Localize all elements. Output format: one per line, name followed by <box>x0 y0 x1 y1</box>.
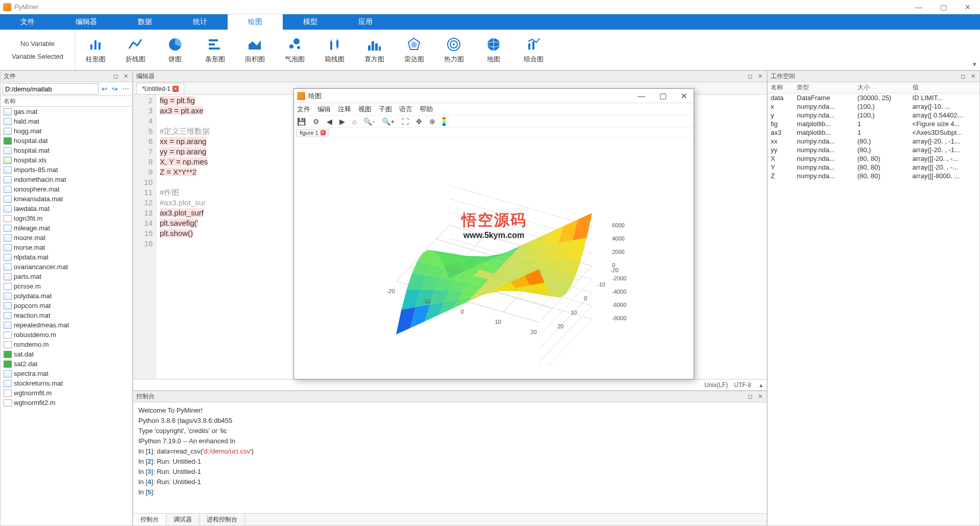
figure-tab-close-icon[interactable]: ✕ <box>321 130 326 135</box>
file-item[interactable]: moore.mat <box>1 233 132 243</box>
plot-maximize-button[interactable]: ▢ <box>659 91 667 101</box>
menu-编辑器[interactable]: 编辑器 <box>55 14 117 30</box>
file-item[interactable]: robustdemo.m <box>1 330 132 340</box>
file-item[interactable]: sat.dat <box>1 349 132 359</box>
file-item[interactable]: morse.mat <box>1 243 132 252</box>
zoom-out-icon[interactable]: 🔍- <box>363 117 375 126</box>
file-item[interactable]: imports-85.mat <box>1 165 132 175</box>
workspace-row[interactable]: Ynumpy.nda...(80, 80)array([[-20. , -... <box>768 163 979 172</box>
ribbon-collapse[interactable]: ▾ <box>969 30 980 70</box>
file-item[interactable]: mileage.mat <box>1 223 132 233</box>
file-item[interactable]: pcrsse.m <box>1 281 132 291</box>
maximize-button[interactable]: ▢ <box>934 2 952 13</box>
close-button[interactable]: ✕ <box>959 2 977 13</box>
file-item[interactable]: popcorn.mat <box>1 301 132 310</box>
path-input[interactable] <box>3 83 99 94</box>
zoom-rect-icon[interactable]: ⛶ <box>402 117 409 126</box>
workspace-row[interactable]: Znumpy.nda...(80, 80)array([[-8000. ... <box>768 172 979 180</box>
pan-right-icon[interactable]: ▶ <box>339 117 345 126</box>
file-item[interactable]: hald.mat <box>1 116 132 126</box>
undock-icon[interactable]: ◻ <box>112 73 119 80</box>
file-item[interactable]: gas.mat <box>1 107 132 116</box>
console-tab-1[interactable]: 调试器 <box>166 514 200 525</box>
chart-tool-2[interactable]: 饼图 <box>155 30 195 70</box>
workspace-row[interactable]: dataDataFrame(30000, 25) ID LIMIT... <box>768 93 979 103</box>
file-item[interactable]: hospital.mat <box>1 146 132 155</box>
menu-统计[interactable]: 统计 <box>173 14 228 30</box>
plot-minimize-button[interactable]: — <box>638 91 645 101</box>
plot-window[interactable]: 绘图 — ▢ ✕ 文件编辑注释视图子图语言帮助 💾 ⚙ ◀ ▶ ⌂ 🔍- 🔍+ … <box>293 88 694 379</box>
console-undock-icon[interactable]: ◻ <box>746 393 753 400</box>
file-item[interactable]: sat2.dat <box>1 359 132 369</box>
plot-menu-文件[interactable]: 文件 <box>297 105 310 114</box>
workspace-undock-icon[interactable]: ◻ <box>959 73 966 80</box>
file-item[interactable]: repeatedmeas.mat <box>1 320 132 330</box>
file-item[interactable]: hospital.xls <box>1 155 132 165</box>
menu-模型[interactable]: 模型 <box>283 14 338 30</box>
plot-titlebar[interactable]: 绘图 — ▢ ✕ <box>294 89 694 103</box>
save-icon[interactable]: 💾 <box>297 117 306 126</box>
console-close-icon[interactable]: ✕ <box>756 393 764 400</box>
menu-应用[interactable]: 应用 <box>338 14 393 30</box>
console-body[interactable]: Welcome To PyMiner!Python 3.8.6 (tags/v3… <box>133 402 767 513</box>
menu-数据[interactable]: 数据 <box>117 14 173 30</box>
workspace-row[interactable]: yynumpy.nda...(80,)array([-20. , -1... <box>768 146 979 154</box>
status-eol[interactable]: Unix(LF) <box>704 381 728 389</box>
figure-tab[interactable]: figure 1 ✕ <box>296 129 329 136</box>
plot-menu-帮助[interactable]: 帮助 <box>420 105 433 114</box>
colorbar-icon[interactable] <box>443 117 446 126</box>
chart-tool-1[interactable]: 折线图 <box>115 30 155 70</box>
plot-menu-子图[interactable]: 子图 <box>379 105 392 114</box>
file-item[interactable]: spectra.mat <box>1 369 132 378</box>
minimize-button[interactable]: — <box>910 2 928 13</box>
chart-tool-9[interactable]: 热力图 <box>434 30 474 70</box>
back-icon[interactable]: ↩ <box>101 85 109 93</box>
file-list[interactable]: gas.mathald.mathogg.mathospital.dathospi… <box>1 107 132 525</box>
up-icon[interactable]: ⋯ <box>121 85 130 93</box>
workspace-row[interactable]: ax3matplotlib...1<Axes3DSubpl... <box>768 128 979 137</box>
console-tab-0[interactable]: 控制台 <box>133 514 166 525</box>
panel-close-icon[interactable]: ✕ <box>122 73 129 80</box>
scroll-up-icon[interactable]: ▴ <box>760 381 763 389</box>
workspace-row[interactable]: figmatplotlib...1<Figure size 4... <box>768 119 979 128</box>
file-item[interactable]: logn3fit.m <box>1 213 132 223</box>
file-item[interactable]: ionosphere.mat <box>1 184 132 194</box>
file-item[interactable]: polydata.mat <box>1 291 132 301</box>
editor-tab[interactable]: *Untitled-1 ✕ <box>136 83 184 94</box>
file-item[interactable]: hogg.mat <box>1 126 132 136</box>
forward-icon[interactable]: ↪ <box>111 85 119 93</box>
workspace-row[interactable]: xnumpy.nda...(100,)array([-10. ... <box>768 102 979 111</box>
file-item[interactable]: kmeansdata.mat <box>1 194 132 204</box>
file-item[interactable]: lawdata.mat <box>1 204 132 213</box>
workspace-row[interactable]: ynumpy.nda...(100,)array([ 0.54402... <box>768 111 979 119</box>
plot-menu-注释[interactable]: 注释 <box>338 105 351 114</box>
file-item[interactable]: parts.mat <box>1 272 132 281</box>
file-item[interactable]: nlpdata.mat <box>1 252 132 262</box>
file-item[interactable]: rsmdemo.m <box>1 340 132 349</box>
zoom-in-icon[interactable]: 🔍+ <box>382 117 395 126</box>
file-item[interactable]: wgtnormfit2.m <box>1 398 132 408</box>
menu-文件[interactable]: 文件 <box>0 14 55 30</box>
variable-selector[interactable]: No Variable Variable Selected <box>0 30 76 70</box>
home-icon[interactable]: ⌂ <box>352 117 356 126</box>
crosshair-icon[interactable]: ⊕ <box>429 117 435 126</box>
status-encoding[interactable]: UTF-8 <box>734 381 751 389</box>
plot-menu-编辑[interactable]: 编辑 <box>317 105 331 114</box>
chart-tool-8[interactable]: 雷达图 <box>394 30 434 70</box>
file-item[interactable]: hospital.dat <box>1 136 132 146</box>
editor-close-icon[interactable]: ✕ <box>756 73 764 80</box>
workspace-row[interactable]: Xnumpy.nda...(80, 80)array([[-20. , -... <box>768 154 979 163</box>
plot-canvas[interactable]: -20-1001020-20-1001020-8000-6000-4000-20… <box>294 138 694 379</box>
plot-close-button[interactable]: ✕ <box>681 91 688 101</box>
chart-tool-10[interactable]: 地图 <box>474 30 513 70</box>
file-item[interactable]: ovariancancer.mat <box>1 262 132 272</box>
settings-icon[interactable]: ⚙ <box>313 117 320 126</box>
workspace-table[interactable]: 名称类型大小值dataDataFrame(30000, 25) ID LIMIT… <box>768 82 979 525</box>
file-item[interactable]: reaction.mat <box>1 310 132 320</box>
file-item[interactable]: wgtnormfit.m <box>1 388 132 398</box>
file-item[interactable]: stockreturns.mat <box>1 378 132 388</box>
chart-tool-0[interactable]: 柱形图 <box>76 30 115 70</box>
console-tab-2[interactable]: 进程控制台 <box>200 514 245 525</box>
chart-tool-4[interactable]: 面积图 <box>235 30 275 70</box>
file-item[interactable]: indomethacin.mat <box>1 175 132 184</box>
